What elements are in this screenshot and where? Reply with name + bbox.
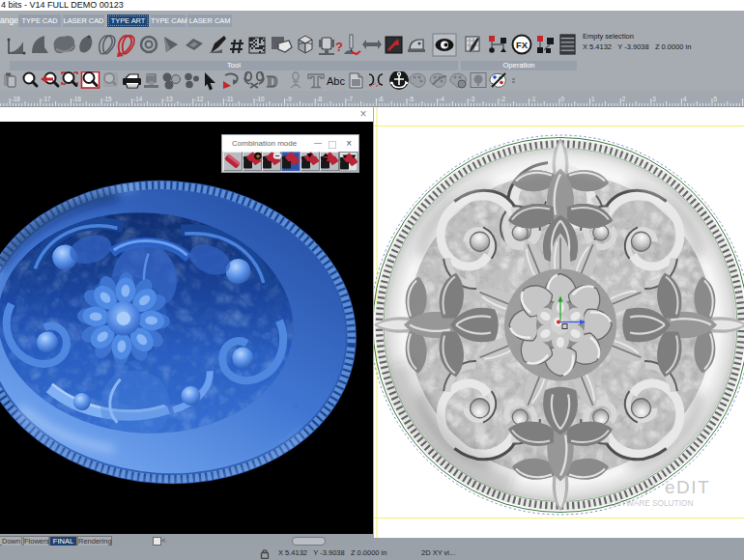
svg-text:-16: -16 <box>72 96 82 102</box>
svg-text:-7: -7 <box>347 96 353 102</box>
svg-text:4: 4 <box>683 96 687 102</box>
svg-text:-3: -3 <box>470 96 475 102</box>
svg-text:-9: -9 <box>286 96 292 102</box>
svg-text:Abc: Abc <box>327 75 345 87</box>
svg-text:eDIT: eDIT <box>665 477 710 497</box>
svg-text:-14: -14 <box>133 96 143 102</box>
svg-text:FX: FX <box>516 40 529 50</box>
svg-text:D: D <box>267 73 278 90</box>
svg-text:-17: -17 <box>42 96 51 102</box>
svg-text:-13: -13 <box>164 96 174 102</box>
svg-text:3: 3 <box>652 96 656 102</box>
svg-text:-11: -11 <box>225 96 234 102</box>
svg-text:-2: -2 <box>500 96 505 102</box>
svg-text:-5: -5 <box>409 96 415 102</box>
svg-text:0: 0 <box>561 96 565 102</box>
svg-text:-8: -8 <box>317 96 323 102</box>
svg-text:-10: -10 <box>256 96 266 102</box>
svg-text:-6: -6 <box>378 96 384 102</box>
svg-text:-4: -4 <box>439 96 444 102</box>
svg-text:-18: -18 <box>12 96 21 102</box>
svg-text:5: 5 <box>714 96 718 102</box>
svg-text:-15: -15 <box>103 96 113 102</box>
svg-text:1: 1 <box>591 96 595 102</box>
svg-text:-12: -12 <box>194 96 204 102</box>
svg-text:2: 2 <box>622 96 626 102</box>
svg-text:?: ? <box>335 40 343 54</box>
svg-text:-1: -1 <box>530 96 536 102</box>
svg-text:✛: ✛ <box>255 154 260 159</box>
